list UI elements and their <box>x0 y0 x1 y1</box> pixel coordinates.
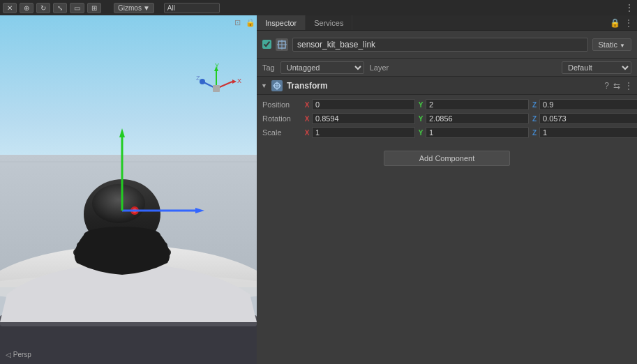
lock-tab-icon[interactable]: 🔒 <box>610 18 620 28</box>
scale-x-input[interactable] <box>312 127 415 138</box>
select-tool-btn[interactable]: ✕ <box>3 3 17 13</box>
transform-more-btn[interactable]: ⋮ <box>624 81 633 91</box>
rotation-z-input[interactable] <box>539 113 637 124</box>
static-dropdown-arrow: ▼ <box>620 43 625 49</box>
scale-z-input[interactable] <box>539 127 637 138</box>
inspector-tabs: Inspector Services 🔒 ⋮ <box>257 15 637 31</box>
layer-label: Layer <box>370 63 389 72</box>
viewport-scene: Y X Z 🔒 ⊡ <box>0 15 257 364</box>
scale-y-input[interactable] <box>426 127 529 138</box>
rotation-y-item: Y <box>417 113 529 124</box>
position-z-item: Z <box>531 99 637 110</box>
scale-tool-btn[interactable]: ⤡ <box>53 3 67 13</box>
tab-services[interactable]: Services <box>306 15 352 30</box>
rotate-tool-btn[interactable]: ↻ <box>36 3 50 13</box>
position-y-item: Y <box>417 99 529 110</box>
scale-x-item: X <box>303 127 415 138</box>
search-input[interactable] <box>164 3 220 13</box>
rotation-row: Rotation X Y Z <box>257 112 637 126</box>
rotation-y-axis: Y <box>417 115 424 123</box>
add-component-btn[interactable]: Add Component <box>384 151 511 166</box>
inspector-panel: Inspector Services 🔒 ⋮ Static ▼ <box>257 15 637 364</box>
layer-select[interactable]: Default <box>562 61 631 74</box>
tab-icons-right: 🔒 ⋮ <box>610 15 637 30</box>
transform-component-icon <box>271 80 283 91</box>
toolbar-left: ✕ ⊕ ↻ ⤡ ▭ ⊞ Gizmos ▼ <box>3 3 622 13</box>
tag-select[interactable]: Untagged <box>280 61 364 74</box>
svg-text:Y: Y <box>215 62 219 69</box>
rotation-x-input[interactable] <box>312 113 415 124</box>
object-name-input[interactable] <box>292 38 588 52</box>
object-type-icon <box>276 38 288 51</box>
scale-y-item: Y <box>417 127 529 138</box>
top-bar: ✕ ⊕ ↻ ⤡ ▭ ⊞ Gizmos ▼ ⋮ <box>0 0 637 15</box>
scale-y-axis: Y <box>417 129 424 137</box>
add-component-label: Add Component <box>419 154 475 162</box>
rotation-z-item: Z <box>531 113 637 124</box>
services-tab-label: Services <box>314 19 343 27</box>
svg-text:⊡: ⊡ <box>234 18 241 26</box>
object-header: Static ▼ <box>257 31 637 59</box>
transform-collapse-arrow: ▼ <box>261 82 267 89</box>
rotation-label: Rotation <box>262 114 301 123</box>
transform-presets-btn[interactable]: ⇆ <box>613 81 620 91</box>
object-active-checkbox[interactable] <box>262 40 271 49</box>
transform-fields: Position X Y Z <box>257 95 637 142</box>
transform-component-header[interactable]: ▼ Transform ? ⇆ ⋮ <box>257 77 637 95</box>
static-btn[interactable]: Static ▼ <box>592 38 632 51</box>
scale-z-item: Z <box>531 127 637 138</box>
svg-rect-25 <box>213 85 220 92</box>
transform-help-btn[interactable]: ? <box>604 81 609 91</box>
position-x-input[interactable] <box>312 99 415 110</box>
scale-fields: X Y Z <box>303 127 637 138</box>
position-z-axis: Z <box>531 101 538 109</box>
main-area: Y X Z 🔒 ⊡ ◁ Persp Inspector Services <box>0 15 637 364</box>
toolbar-right: ⋮ <box>624 2 634 13</box>
viewport[interactable]: Y X Z 🔒 ⊡ ◁ Persp <box>0 15 257 364</box>
move-tool-btn[interactable]: ⊕ <box>20 3 33 13</box>
svg-rect-6 <box>0 322 257 364</box>
transform-title: Transform <box>287 81 600 91</box>
scale-row: Scale X Y Z <box>257 126 637 139</box>
gizmos-dropdown-arrow: ▼ <box>143 4 150 12</box>
transform-tool-btn[interactable]: ⊞ <box>87 3 101 13</box>
position-z-input[interactable] <box>539 99 637 110</box>
more-options-icon[interactable]: ⋮ <box>624 2 634 13</box>
gizmos-label: Gizmos <box>118 4 142 12</box>
svg-text:Z: Z <box>196 75 200 82</box>
tag-layer-row: Tag Untagged Layer Default <box>257 59 637 77</box>
rotation-x-axis: X <box>303 115 310 123</box>
add-component-area: Add Component <box>257 142 637 174</box>
svg-text:🔒: 🔒 <box>246 17 255 27</box>
tag-label: Tag <box>262 63 275 72</box>
gizmos-btn[interactable]: Gizmos ▼ <box>114 3 154 13</box>
tab-inspector[interactable]: Inspector <box>257 15 306 30</box>
rotation-fields: X Y Z <box>303 113 637 124</box>
rotation-y-input[interactable] <box>426 113 529 124</box>
persp-label: ◁ Persp <box>6 351 31 358</box>
component-actions: ? ⇆ ⋮ <box>604 81 633 91</box>
position-y-axis: Y <box>417 101 424 109</box>
static-label: Static <box>599 40 618 49</box>
position-label: Position <box>262 100 301 109</box>
scale-x-axis: X <box>303 129 310 137</box>
position-y-input[interactable] <box>426 99 529 110</box>
rect-tool-btn[interactable]: ▭ <box>70 3 84 13</box>
scale-z-axis: Z <box>531 129 538 137</box>
position-x-item: X <box>303 99 415 110</box>
position-row: Position X Y Z <box>257 98 637 112</box>
rotation-z-axis: Z <box>531 115 538 123</box>
svg-point-11 <box>92 184 145 223</box>
scale-label: Scale <box>262 128 301 137</box>
more-tab-icon[interactable]: ⋮ <box>624 18 633 28</box>
inspector-tab-label: Inspector <box>265 19 297 27</box>
svg-point-24 <box>200 79 205 84</box>
svg-text:X: X <box>237 77 241 84</box>
position-x-axis: X <box>303 101 310 109</box>
position-fields: X Y Z <box>303 99 637 110</box>
rotation-x-item: X <box>303 113 415 124</box>
